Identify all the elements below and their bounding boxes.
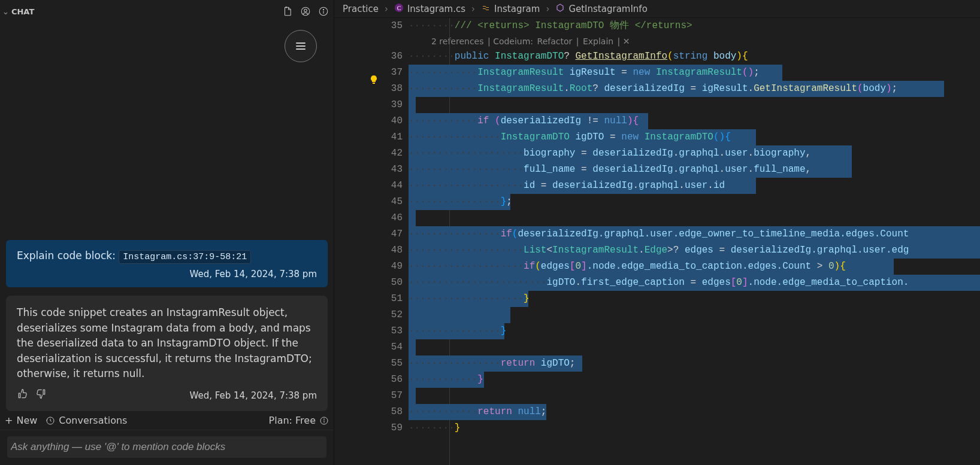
codelens-refactor[interactable]: Refactor bbox=[537, 37, 573, 46]
chevron-down-icon: ⌄ bbox=[2, 7, 9, 16]
code-location-chip[interactable]: Instagram.cs:37:9-58:21 bbox=[119, 250, 251, 264]
menu-button[interactable] bbox=[285, 30, 317, 62]
class-icon bbox=[481, 3, 491, 15]
info-icon[interactable] bbox=[317, 5, 330, 18]
codelens-references[interactable]: 2 references bbox=[431, 37, 484, 46]
chat-panel: ⌄ CHAT Explain code block: Instagram.cs:… bbox=[0, 0, 334, 465]
breadcrumb-class[interactable]: Instagram bbox=[481, 3, 540, 15]
chat-header: ⌄ CHAT bbox=[0, 0, 334, 22]
assistant-message: This code snippet creates an InstagramRe… bbox=[6, 296, 328, 411]
message-reactions-row: Wed, Feb 14, 2024, 7:38 pm bbox=[17, 388, 317, 405]
chat-header-label: CHAT bbox=[11, 7, 34, 16]
user-message-text: Explain code block: bbox=[17, 250, 116, 262]
codelens-row: 2 references | Codeium: Refactor | Expla… bbox=[409, 34, 980, 48]
new-chat-button[interactable]: + New bbox=[5, 415, 37, 426]
breadcrumb-method[interactable]: GetInstagramInfo bbox=[555, 3, 647, 15]
history-icon bbox=[46, 416, 55, 426]
csharp-file-icon: C bbox=[394, 3, 404, 15]
svg-point-0 bbox=[301, 7, 310, 16]
new-file-icon[interactable] bbox=[281, 5, 294, 18]
thumbs-down-icon[interactable] bbox=[35, 388, 47, 405]
svg-text:C: C bbox=[397, 5, 401, 11]
chat-header-title-row[interactable]: ⌄ CHAT bbox=[2, 7, 34, 16]
codelens-explain[interactable]: Explain bbox=[583, 37, 613, 46]
breadcrumb-file[interactable]: C Instagram.cs bbox=[394, 3, 465, 15]
info-icon bbox=[319, 416, 329, 426]
svg-point-4 bbox=[323, 9, 323, 10]
plan-info[interactable]: Plan: Free bbox=[269, 415, 329, 426]
account-icon[interactable] bbox=[299, 5, 312, 18]
chat-input-wrap bbox=[0, 430, 334, 465]
chat-input[interactable] bbox=[7, 436, 326, 458]
assistant-message-timestamp: Wed, Feb 14, 2024, 7:38 pm bbox=[190, 389, 317, 403]
thumbs-up-icon[interactable] bbox=[17, 388, 29, 405]
breadcrumb: Practice › C Instagram.cs › Instagram › … bbox=[334, 0, 980, 18]
user-message-timestamp: Wed, Feb 14, 2024, 7:38 pm bbox=[17, 268, 317, 281]
svg-point-1 bbox=[304, 9, 307, 12]
method-icon bbox=[555, 3, 565, 15]
chat-header-actions bbox=[281, 5, 330, 18]
editor-pane: Practice › C Instagram.cs › Instagram › … bbox=[334, 0, 980, 465]
lightbulb-icon[interactable] bbox=[369, 75, 379, 86]
chat-body: Explain code block: Instagram.cs:37:9-58… bbox=[0, 22, 334, 411]
chat-footer: + New Conversations Plan: Free bbox=[0, 411, 334, 430]
codelens-close-icon[interactable]: ✕ bbox=[623, 37, 630, 46]
plus-icon: + bbox=[5, 415, 13, 426]
breadcrumb-folder[interactable]: Practice bbox=[343, 4, 379, 14]
user-message: Explain code block: Instagram.cs:37:9-58… bbox=[6, 240, 328, 288]
glyph-margin bbox=[334, 18, 382, 465]
assistant-message-text: This code snippet creates an InstagramRe… bbox=[17, 305, 317, 382]
conversations-button[interactable]: Conversations bbox=[46, 415, 127, 426]
line-numbers: 35 36 37 38 39 40 41 42 43 44 45 46 47 4… bbox=[382, 18, 409, 465]
code-area[interactable]: 35 36 37 38 39 40 41 42 43 44 45 46 47 4… bbox=[334, 18, 980, 465]
code-content[interactable]: ········/// <returns> InstagramDTO 物件 </… bbox=[409, 18, 980, 465]
svg-rect-14 bbox=[373, 83, 375, 84]
svg-point-11 bbox=[323, 418, 324, 419]
